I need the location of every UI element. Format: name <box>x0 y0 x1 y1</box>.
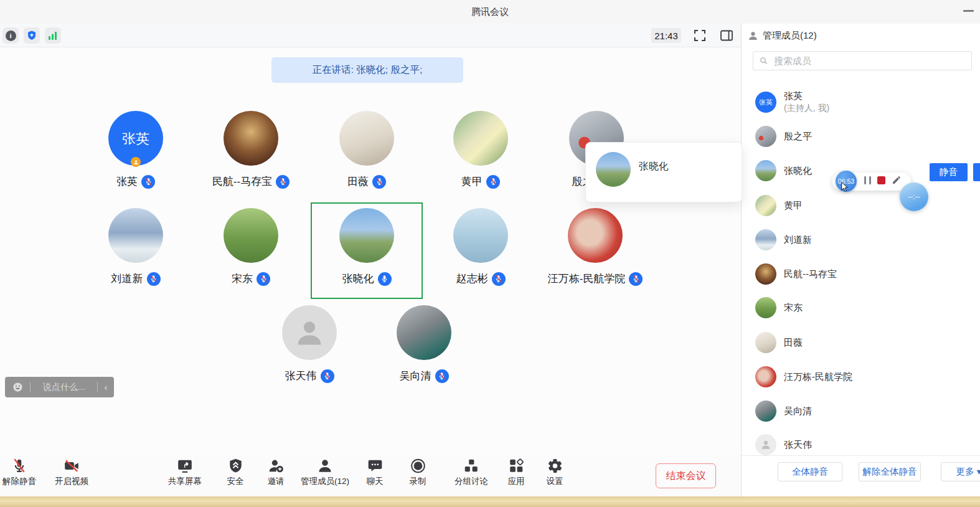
layout-toggle-button[interactable] <box>719 28 734 43</box>
fullscreen-button[interactable] <box>692 28 707 43</box>
member-name: 殷之平 <box>784 131 812 143</box>
recorder-idle-bubble[interactable]: --:-- <box>900 182 928 211</box>
member-list-item[interactable]: 田薇 <box>755 332 803 353</box>
meeting-info-button[interactable]: i <box>2 27 19 44</box>
muted-mic-icon <box>629 272 643 286</box>
avatar <box>755 229 776 250</box>
apps-button[interactable]: 应用 <box>508 458 525 487</box>
member-panel-title: 管理成员(12) <box>763 30 817 42</box>
member-list-item[interactable]: 刘道新 <box>755 229 812 250</box>
security-status-button[interactable] <box>24 27 40 44</box>
divider <box>742 455 980 456</box>
participant-name: 民航--马存宝 <box>212 174 272 189</box>
avatar <box>755 366 776 387</box>
muted-mic-icon <box>372 175 386 189</box>
participant-tile[interactable]: 黄甲 <box>425 111 537 193</box>
breakout-rooms-button[interactable]: 分组讨论 <box>455 458 488 487</box>
avatar <box>339 208 394 263</box>
participant-tile[interactable]: 民航--马存宝 <box>195 111 307 193</box>
avatar <box>755 160 776 181</box>
avatar-initials: 张英 <box>755 98 776 107</box>
mute-all-button[interactable]: 全体静音 <box>778 462 842 481</box>
avatar <box>755 297 776 318</box>
meeting-timer: 21:43 <box>651 28 681 43</box>
recorder-pause-button[interactable] <box>864 176 872 184</box>
more-actions-button[interactable]: 更多 ▾ <box>941 462 980 481</box>
participant-tile[interactable]: 田薇 <box>311 111 423 193</box>
avatar <box>339 111 394 166</box>
signal-bars-icon <box>48 31 58 40</box>
member-name: 张英 <box>784 90 829 102</box>
recorder-stop-button[interactable] <box>877 176 885 184</box>
avatar: 张英 <box>108 111 163 166</box>
participant-tile[interactable]: 张英 张英 <box>80 111 192 193</box>
member-list-item[interactable]: 黄甲 <box>755 195 803 216</box>
muted-mic-icon <box>147 272 161 286</box>
start-video-button[interactable]: 开启视频 <box>55 458 88 487</box>
participant-tile[interactable]: 张天伟 <box>253 305 365 387</box>
participant-name: 吴向清 <box>400 369 431 383</box>
participant-tile[interactable]: 汪万栋-民航学院 <box>539 208 651 290</box>
member-list-item[interactable]: 吴向清 <box>755 400 812 422</box>
member-list-item[interactable]: 张晓化 <box>755 160 812 181</box>
chat-button[interactable]: 聊天 <box>367 458 384 487</box>
settings-button[interactable]: 设置 <box>547 458 563 487</box>
person-placeholder-icon <box>293 316 326 349</box>
chat-input-placeholder[interactable]: 说点什么... <box>31 382 97 393</box>
member-more-button-cutoff[interactable] <box>973 163 980 181</box>
end-meeting-button[interactable]: 结束会议 <box>656 463 716 488</box>
participant-tooltip: 张晓化 <box>585 142 742 202</box>
member-name: 张天伟 <box>784 439 812 451</box>
member-list-item[interactable]: 汪万栋-民航学院 <box>755 366 852 387</box>
participant-tile[interactable]: 刘道新 <box>80 208 192 290</box>
emoji-button[interactable] <box>5 381 30 393</box>
security-button[interactable]: 安全 <box>227 458 244 487</box>
tooltip-name: 张晓化 <box>639 160 669 173</box>
mute-member-button[interactable]: 静音 <box>930 163 968 181</box>
participant-name: 赵志彬 <box>456 272 488 286</box>
muted-mic-icon <box>492 272 506 286</box>
member-list-item[interactable]: 宋东 <box>755 297 803 318</box>
camera-slash-icon <box>64 458 80 474</box>
member-name: 刘道新 <box>784 234 812 246</box>
chatbar-collapse-button[interactable]: ‹ <box>98 382 114 392</box>
active-speaker-banner: 正在讲话: 张晓化; 殷之平; <box>271 57 463 83</box>
participant-tile-active-speaker[interactable]: 张晓化 <box>311 208 423 290</box>
member-search-box[interactable] <box>753 51 972 70</box>
share-screen-button[interactable]: 共享屏幕 <box>168 458 202 487</box>
avatar <box>755 434 776 455</box>
shield-plus-icon <box>26 30 37 41</box>
minimize-button[interactable] <box>963 10 974 12</box>
unmute-all-button[interactable]: 解除全体静音 <box>859 462 921 481</box>
muted-mic-icon <box>321 369 334 383</box>
participant-tile[interactable]: 宋东 <box>195 208 307 290</box>
member-panel-header: 管理成员(12) <box>748 30 817 42</box>
invite-button[interactable]: 邀请 <box>268 458 285 487</box>
meeting-status-bar: i 21:43 <box>0 24 741 47</box>
member-list-item[interactable]: 张英 张英 (主持人, 我) <box>755 92 829 113</box>
member-search-input[interactable] <box>773 55 966 67</box>
bottom-toolbar: 解除静音 开启视频 共享屏幕 安全 邀请 管理成员(12) 聊天 <box>0 455 741 496</box>
member-list-item[interactable]: 张天伟 <box>755 434 812 455</box>
participant-name: 黄甲 <box>461 174 483 189</box>
fullscreen-icon <box>692 28 707 43</box>
avatar <box>596 152 631 187</box>
member-list-item[interactable]: 殷之平 <box>755 126 812 147</box>
network-signal-button[interactable] <box>45 27 61 44</box>
pencil-icon[interactable] <box>892 175 902 185</box>
unmute-button[interactable]: 解除静音 <box>2 458 36 487</box>
record-icon <box>410 458 426 474</box>
participant-tile[interactable]: 赵志彬 <box>425 208 537 290</box>
chat-quick-bar[interactable]: 说点什么... ‹ <box>5 377 114 397</box>
record-button[interactable]: 录制 <box>410 458 426 487</box>
avatar <box>755 332 776 353</box>
avatar <box>453 208 508 263</box>
share-screen-icon <box>177 458 193 474</box>
participant-tile[interactable]: 吴向清 <box>368 305 480 387</box>
manage-members-button[interactable]: 管理成员(12) <box>301 458 349 487</box>
member-list-item[interactable]: 民航--马存宝 <box>755 263 837 285</box>
layout-panel-icon <box>719 28 734 43</box>
member-name: 宋东 <box>784 302 803 314</box>
smiley-icon <box>12 381 24 393</box>
avatar <box>755 263 776 285</box>
